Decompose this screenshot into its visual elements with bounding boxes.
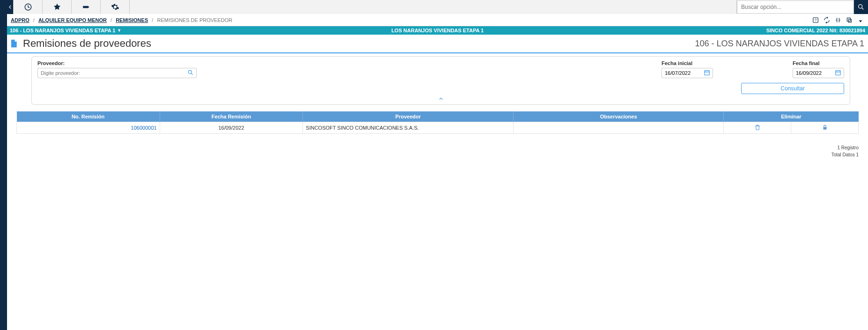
cell-fecha-remision: 16/09/2022 (160, 122, 303, 134)
cell-proveedor: SINCOSOFT SINCO COMUNICACIONES S.A.S. (303, 122, 514, 134)
svg-rect-8 (836, 71, 841, 75)
toolbar-spacer (130, 0, 737, 14)
document-icon (9, 39, 18, 48)
toolbar-star-icon[interactable] (43, 0, 72, 14)
breadcrumb-item-adpro[interactable]: ADPRO (11, 17, 29, 23)
cell-lock (791, 122, 859, 134)
context-bar: 106 - LOS NARANJOS VIVIENDAS ETAPA 1 ▼ L… (7, 26, 868, 35)
top-toolbar (7, 0, 868, 14)
search-button[interactable] (854, 0, 868, 14)
footer-total: Total Datos 1 (7, 152, 859, 157)
calendar-icon[interactable] (704, 69, 711, 77)
proveedor-label: Proveedor: (37, 60, 197, 66)
collapse-up-icon[interactable] (857, 16, 864, 24)
col-proveedor[interactable]: Proveedor (303, 111, 514, 122)
context-project-selector[interactable]: 106 - LOS NARANJOS VIVIENDAS ETAPA 1 ▼ (10, 28, 121, 33)
filter-panel: Proveedor: Fecha inicial (31, 56, 850, 105)
context-center-label: LOS NARANJOS VIVIENDAS ETAPA 1 (391, 28, 484, 33)
global-search (737, 0, 868, 14)
svg-point-6 (188, 70, 191, 73)
fecha-inicial-label: Fecha inicial (662, 60, 713, 66)
title-bar: Remisiones de proveedores 106 - LOS NARA… (7, 35, 868, 53)
cell-no-remision[interactable]: 106000001 (17, 122, 160, 134)
lock-icon[interactable] (822, 124, 828, 131)
filter-proveedor: Proveedor: (37, 60, 197, 78)
breadcrumb-row: ADPRO / ALQUILER EQUIPO MENOR / REMISION… (7, 14, 868, 26)
breadcrumb-item-remisiones[interactable]: REMISIONES (116, 17, 148, 23)
trash-icon[interactable] (754, 124, 761, 131)
results-grid: No. Remisión Fecha Remisión Proveedor Ob… (16, 111, 859, 134)
proveedor-input[interactable] (37, 68, 197, 78)
svg-rect-5 (848, 19, 851, 22)
calendar-icon[interactable] (835, 69, 842, 77)
col-eliminar[interactable]: Eliminar (724, 111, 859, 122)
cell-delete (724, 122, 791, 134)
context-left-label: 106 - LOS NARANJOS VIVIENDAS ETAPA 1 (10, 28, 115, 33)
breadcrumb-item-alquiler[interactable]: ALQUILER EQUIPO MENOR (38, 17, 107, 23)
toolbar-gear-icon[interactable] (101, 0, 130, 14)
page-title: Remisiones de proveedores (23, 37, 151, 50)
breadcrumb: ADPRO / ALQUILER EQUIPO MENOR / REMISION… (11, 17, 232, 23)
table-row: 106000001 16/09/2022 SINCOSOFT SINCO COM… (17, 122, 859, 134)
footer-registro: 1 Registro (7, 145, 859, 150)
search-input[interactable] (737, 0, 854, 14)
chevron-down-icon: ▼ (117, 28, 121, 33)
fecha-final-label: Fecha final (793, 60, 844, 66)
refresh-icon[interactable] (823, 16, 831, 24)
breadcrumb-current: REMISIONES DE PROVEEDOR (157, 17, 232, 23)
popout-icon[interactable] (846, 16, 853, 24)
svg-rect-9 (823, 127, 826, 129)
toolbar-label-icon[interactable] (72, 0, 101, 14)
svg-text:?: ? (815, 18, 817, 22)
split-icon[interactable] (834, 16, 842, 24)
filter-fecha-inicial: Fecha inicial (662, 60, 713, 78)
cell-observaciones (513, 122, 724, 134)
context-right-label: SINCO COMERCIAL 2022 Nit: 830021894 (766, 28, 865, 33)
col-observaciones[interactable]: Observaciones (513, 111, 724, 122)
svg-rect-7 (705, 71, 710, 75)
lookup-icon[interactable] (187, 69, 195, 77)
svg-point-1 (859, 5, 862, 8)
collapse-panel-icon[interactable] (37, 96, 844, 103)
toolbar-clock-icon[interactable] (14, 0, 43, 14)
toolbar-back-caret[interactable] (7, 0, 14, 14)
footer-counts: 1 Registro Total Datos 1 (7, 145, 859, 159)
help-icon[interactable]: ? (812, 16, 819, 24)
title-project: 106 - LOS NARANJOS VIVIENDAS ETAPA 1 (695, 39, 864, 49)
left-rail (0, 0, 7, 330)
col-fecha-remision[interactable]: Fecha Remisión (160, 111, 303, 122)
consultar-button[interactable]: Consultar (741, 83, 844, 94)
filter-fecha-final: Fecha final (793, 60, 844, 78)
col-no-remision[interactable]: No. Remisión (17, 111, 160, 122)
